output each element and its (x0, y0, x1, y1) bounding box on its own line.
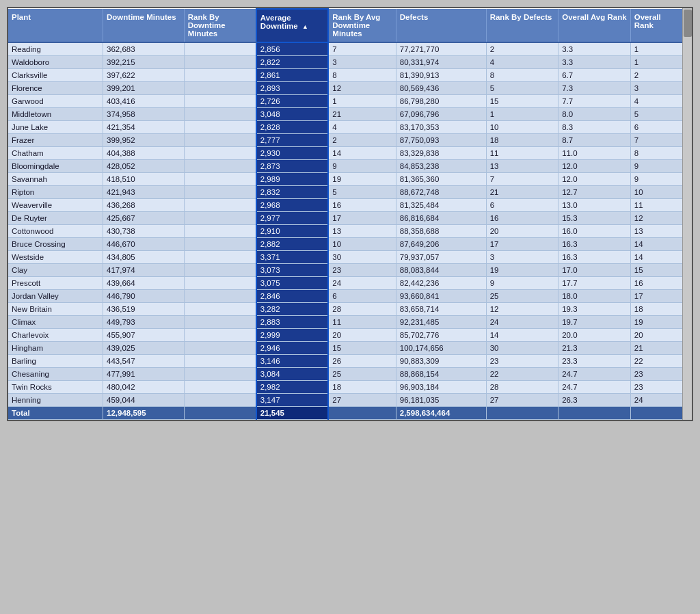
table-row[interactable]: Middletown374,9583,0482167,096,79618.05 (8, 108, 685, 121)
col-header-downtime-minutes[interactable]: Downtime Minutes (103, 9, 185, 42)
table-row[interactable]: Chesaning477,9913,0842588,868,1542224.72… (8, 368, 685, 381)
table-row[interactable]: Twin Rocks480,0422,9821896,903,1842824.7… (8, 381, 685, 394)
cell-defects: 81,365,360 (396, 173, 486, 186)
cell-defects: 83,329,838 (396, 147, 486, 160)
table-row[interactable]: Westside434,8053,3713079,937,057316.314 (8, 251, 685, 264)
cell-downtime-minutes: 477,991 (103, 368, 185, 381)
cell-downtime-minutes: 455,907 (103, 329, 185, 342)
cell-plant: Chatham (8, 147, 103, 160)
col-header-defects[interactable]: Defects (396, 9, 486, 42)
cell-rank-avg: 21 (328, 108, 396, 121)
cell-plant: Cottonwood (8, 225, 103, 238)
cell-rank-defects: 22 (486, 368, 558, 381)
table-row[interactable]: Clarksville397,6222,861881,390,91386.72 (8, 69, 685, 82)
cell-avg-downtime: 3,084 (256, 368, 329, 381)
table-row[interactable]: Frazer399,9522,777287,750,093188.77 (8, 134, 685, 147)
cell-rank-defects: 10 (486, 121, 558, 134)
cell-plant: Frazer (8, 134, 103, 147)
table-row[interactable]: Bruce Crossing446,6702,8821087,649,20617… (8, 238, 685, 251)
cell-rank-downtime (184, 42, 256, 56)
cell-overall-avg-rank: 8.7 (558, 134, 631, 147)
cell-overall-avg-rank: 24.7 (558, 381, 631, 394)
table-row[interactable]: Chatham404,3882,9301483,329,8381111.08 (8, 147, 685, 160)
total-cell-downtime-minutes: 12,948,595 (103, 407, 185, 420)
cell-overall-rank: 1 (630, 56, 684, 69)
col-header-rank-downtime[interactable]: Rank By Downtime Minutes (184, 9, 256, 42)
col-header-plant[interactable]: Plant (8, 9, 103, 42)
cell-overall-rank: 19 (630, 316, 684, 329)
cell-plant: Henning (8, 394, 103, 407)
cell-overall-avg-rank: 12.0 (558, 160, 631, 173)
cell-defects: 77,271,770 (396, 42, 486, 56)
cell-rank-avg: 17 (328, 212, 396, 225)
cell-overall-rank: 2 (630, 69, 684, 82)
table-row[interactable]: Waldoboro392,2152,822380,331,97443.31 (8, 56, 685, 69)
cell-downtime-minutes: 430,738 (103, 225, 185, 238)
table-row[interactable]: De Ruyter425,6672,9771786,816,6841615.31… (8, 212, 685, 225)
table-row[interactable]: Garwood403,4162,726186,798,280157.74 (8, 95, 685, 108)
col-header-rank-defects[interactable]: Rank By Defects (486, 9, 558, 42)
table-row[interactable]: Cottonwood430,7382,9101388,358,6882016.0… (8, 225, 685, 238)
cell-rank-avg: 16 (328, 199, 396, 212)
cell-overall-avg-rank: 17.7 (558, 277, 631, 290)
cell-defects: 88,358,688 (396, 225, 486, 238)
cell-downtime-minutes: 480,042 (103, 381, 185, 394)
cell-defects: 84,853,238 (396, 160, 486, 173)
col-header-rank-avg[interactable]: Rank By Avg Downtime Minutes (328, 9, 396, 42)
cell-avg-downtime: 2,822 (256, 56, 329, 69)
cell-overall-avg-rank: 13.0 (558, 199, 631, 212)
cell-downtime-minutes: 404,388 (103, 147, 185, 160)
cell-rank-avg: 24 (328, 277, 396, 290)
cell-rank-downtime (184, 199, 256, 212)
table-row[interactable]: Jordan Valley446,7902,846693,660,8412518… (8, 290, 685, 303)
table-row[interactable]: Henning459,0443,1472796,181,0352726.324 (8, 394, 685, 407)
cell-plant: Middletown (8, 108, 103, 121)
cell-downtime-minutes: 418,510 (103, 173, 185, 186)
cell-overall-avg-rank: 3.3 (558, 42, 631, 56)
scrollbar-thumb[interactable] (684, 10, 692, 37)
table-row[interactable]: Weaverville436,2682,9681681,325,484613.0… (8, 199, 685, 212)
cell-rank-downtime (184, 342, 256, 355)
cell-rank-avg: 1 (328, 95, 396, 108)
table-row[interactable]: Ripton421,9432,832588,672,7482112.710 (8, 186, 685, 199)
cell-rank-defects: 19 (486, 264, 558, 277)
table-row[interactable]: Bloomingdale428,0522,873984,853,2381312.… (8, 160, 685, 173)
cell-rank-downtime (184, 290, 256, 303)
cell-overall-rank: 9 (630, 173, 684, 186)
table-row[interactable]: Climax449,7932,8831192,231,4852419.719 (8, 316, 685, 329)
cell-downtime-minutes: 439,664 (103, 277, 185, 290)
col-header-avg-downtime[interactable]: Average Downtime ▲ (256, 9, 329, 42)
cell-rank-downtime (184, 69, 256, 82)
table-row[interactable]: Clay417,9743,0732388,083,8441917.015 (8, 264, 685, 277)
col-header-overall-rank[interactable]: Overall Rank (630, 9, 684, 42)
cell-rank-defects: 3 (486, 251, 558, 264)
table-row[interactable]: New Britain436,5193,2822883,658,7141219.… (8, 303, 685, 316)
table-row[interactable]: Charlevoix455,9072,9992085,702,7761420.0… (8, 329, 685, 342)
cell-avg-downtime: 2,861 (256, 69, 329, 82)
table-header-row: Plant Downtime Minutes Rank By Downtime … (8, 9, 685, 42)
col-header-overall-avg-rank[interactable]: Overall Avg Rank (558, 9, 631, 42)
cell-rank-defects: 24 (486, 316, 558, 329)
table-row[interactable]: Prescott439,6643,0752482,442,236917.716 (8, 277, 685, 290)
cell-rank-defects: 12 (486, 303, 558, 316)
cell-rank-avg: 25 (328, 368, 396, 381)
vertical-scrollbar[interactable] (682, 8, 692, 420)
table-row[interactable]: Reading362,6832,856777,271,77023.31 (8, 42, 685, 56)
cell-rank-downtime (184, 355, 256, 368)
cell-defects: 88,083,844 (396, 264, 486, 277)
table-row[interactable]: Hingham439,0252,94615100,174,6563021.321 (8, 342, 685, 355)
cell-plant: Jordan Valley (8, 290, 103, 303)
cell-downtime-minutes: 428,052 (103, 160, 185, 173)
cell-defects: 80,569,436 (396, 82, 486, 95)
table-row[interactable]: June Lake421,3542,828483,170,353108.36 (8, 121, 685, 134)
cell-overall-rank: 9 (630, 160, 684, 173)
table-row[interactable]: Barling443,5473,1462690,883,3092323.322 (8, 355, 685, 368)
cell-rank-avg: 13 (328, 225, 396, 238)
cell-avg-downtime: 2,883 (256, 316, 329, 329)
cell-rank-defects: 6 (486, 199, 558, 212)
cell-overall-rank: 23 (630, 368, 684, 381)
table-row[interactable]: Savannah418,5102,9891981,365,360712.09 (8, 173, 685, 186)
cell-rank-avg: 2 (328, 134, 396, 147)
table-row[interactable]: Florence399,2012,8931280,569,43657.33 (8, 82, 685, 95)
cell-overall-avg-rank: 24.7 (558, 368, 631, 381)
